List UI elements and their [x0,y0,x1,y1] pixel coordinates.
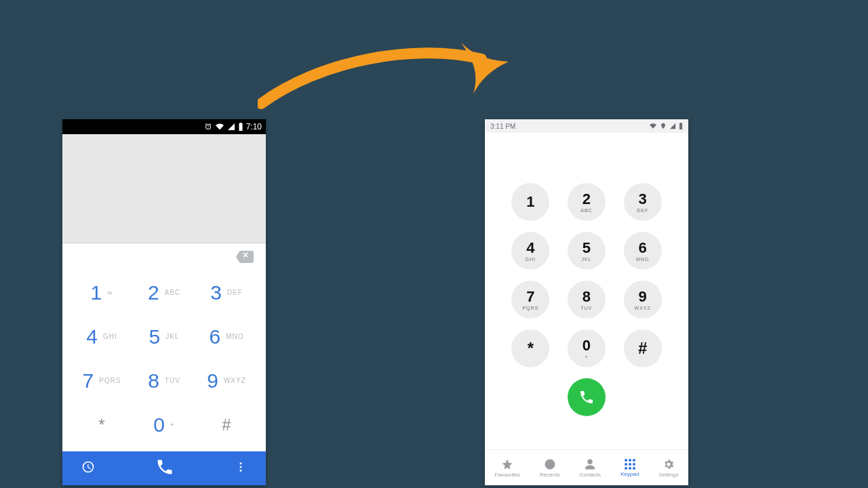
phone-icon [155,458,174,476]
status-time: 3:11 PM [490,123,515,130]
key-digit: 0 [583,338,591,353]
key-7[interactable]: 7PQRS [71,359,133,403]
key-digit: 6 [639,241,647,256]
key-digit: 9 [207,369,218,392]
key-3[interactable]: 3DEF [624,183,662,221]
key-9[interactable]: 9WXYZ [195,359,258,403]
dialpad: 12ABC3DEF4GHI5JKL6MNO7PQRS8TUV9WXYZ*0+# [485,178,688,373]
key-1[interactable]: 1 [511,183,549,221]
call-button[interactable] [568,378,606,416]
nav-keypad[interactable]: Keypad [620,459,639,477]
nav-settings[interactable]: Settings [659,458,679,478]
key-letters: MNO [226,333,243,340]
phone-new: 3:11 PM 12ABC3DEF4GHI5JKL6MNO7PQRS8TUV9W… [485,119,688,485]
key-digit: 7 [82,369,94,392]
backspace-button[interactable] [236,251,254,263]
key-digit: 2 [148,281,159,304]
clock-icon [544,458,556,470]
wifi-icon [649,123,657,129]
key-8[interactable]: 8TUV [568,281,606,319]
key-digit: 3 [639,192,647,207]
gear-icon [663,458,675,470]
status-bar: 7:10 [62,119,266,134]
key-6[interactable]: 6MNO [195,314,258,359]
key-digit: 1 [91,281,102,304]
canvas: 7:10 1∞2ABC3DEF4GHI5JKL6MNO7PQRS8TUV9WXY… [0,0,868,488]
clock-icon [81,460,95,474]
key-letters: WXYZ [635,306,651,310]
key-8[interactable]: 8TUV [133,359,195,403]
battery-icon [679,123,683,129]
signal-icon [227,123,235,131]
key-#[interactable]: # [624,329,662,367]
signal-icon [669,123,676,129]
nav-label: Settings [659,472,679,478]
key-digit: 0 [153,413,165,436]
key-letters: + [585,354,588,359]
menu-button[interactable] [235,461,247,476]
key-letters: DEF [227,289,243,296]
grid-icon [625,459,635,470]
key-digit: 4 [86,325,98,348]
key-letters: JKL [165,333,179,340]
call-button[interactable] [155,458,174,479]
key-*[interactable]: * [71,403,133,447]
key-letters: ABC [165,289,181,296]
nav-favourites[interactable]: Favourites [495,458,520,478]
key-5[interactable]: 5JKL [133,314,195,359]
call-row [485,378,688,416]
key-0[interactable]: 0+ [568,329,606,367]
key-0[interactable]: 0+ [133,403,195,447]
display-area [485,133,688,178]
dialpad: 1∞2ABC3DEF4GHI5JKL6MNO7PQRS8TUV9WXYZ*0+# [62,270,266,447]
key-*[interactable]: * [511,329,549,367]
key-digit: 2 [583,192,591,207]
nav-label: Keypad [620,471,639,477]
key-1[interactable]: 1∞ [71,270,133,314]
key-2[interactable]: 2ABC [568,183,606,221]
action-bar [62,451,266,485]
status-icons [649,123,683,129]
key-4[interactable]: 4GHI [511,232,549,270]
key-#[interactable]: # [195,403,258,447]
key-letters: ABC [580,208,592,213]
key-6[interactable]: 6MNO [624,232,662,270]
key-digit: 1 [526,195,534,209]
key-letters: + [170,421,175,428]
nav-recents[interactable]: Recents [540,458,559,478]
key-letters: TUV [165,377,180,384]
key-letters: JKL [581,257,591,262]
key-letters: WXYZ [224,377,246,384]
key-digit: * [98,415,104,434]
key-digit: # [222,415,231,434]
arrow-icon [258,30,515,112]
key-letters: MNO [636,257,649,262]
key-3[interactable]: 3DEF [195,270,258,314]
nav-label: Recents [540,472,559,478]
wifi-icon [215,123,224,131]
status-bar: 3:11 PM [485,119,688,133]
key-7[interactable]: 7PQRS [511,281,549,319]
key-9[interactable]: 9WXYZ [624,281,662,319]
location-icon [660,123,667,129]
key-5[interactable]: 5JKL [568,232,606,270]
phone-icon [578,389,595,405]
key-digit: 5 [149,325,161,348]
phone-legacy: 7:10 1∞2ABC3DEF4GHI5JKL6MNO7PQRS8TUV9WXY… [62,119,266,485]
kebab-icon [235,461,247,473]
nav-label: Favourites [495,472,520,478]
alarm-icon [204,123,212,131]
battery-icon [238,123,243,131]
key-digit: * [528,340,534,357]
key-letters: TUV [580,306,592,310]
key-letters: PQRS [99,377,121,384]
key-letters: DEF [637,208,648,213]
history-button[interactable] [81,460,95,476]
key-digit: 8 [583,289,591,304]
key-digit: 7 [526,289,534,304]
nav-contacts[interactable]: Contacts [580,458,601,478]
display-row [62,243,266,270]
key-2[interactable]: 2ABC [133,270,195,314]
key-letters: GHI [103,333,117,340]
key-4[interactable]: 4GHI [71,314,133,359]
